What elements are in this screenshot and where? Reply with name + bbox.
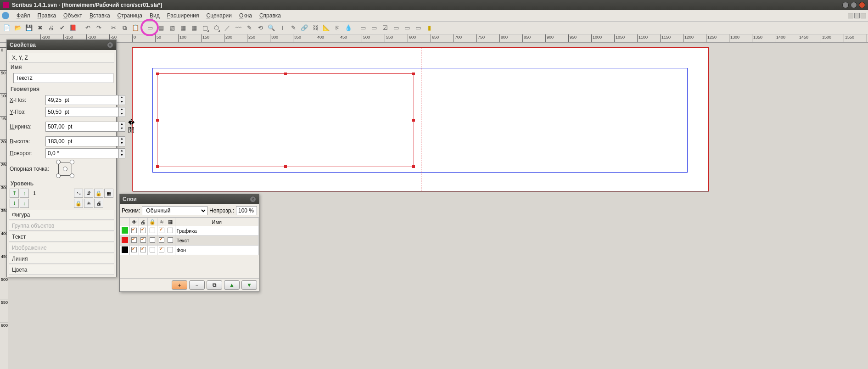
properties-panel[interactable]: Свойства × X, Y, Z Имя Геометрия X-Поз:▲… <box>6 39 117 277</box>
prop-tab-5[interactable]: Цвета <box>9 265 114 275</box>
link-wh-icon[interactable]: �開 <box>128 119 133 134</box>
minimize-button[interactable] <box>842 2 849 8</box>
export-pdf-button[interactable]: 📕 <box>68 23 78 33</box>
prop-tab-0[interactable]: Фигура <box>9 210 114 220</box>
pdf-text-field-tool[interactable]: ▭ <box>369 23 379 33</box>
line-tool[interactable]: ／ <box>222 23 232 33</box>
layer-add-button[interactable]: ＋ <box>172 280 187 290</box>
open-button[interactable]: 📂 <box>13 23 23 33</box>
text-frame-selected[interactable] <box>157 73 414 167</box>
layers-close-button[interactable]: × <box>250 196 256 202</box>
layer-row[interactable]: Фон <box>120 246 259 255</box>
maximize-button[interactable] <box>851 2 857 8</box>
text-frame-tool[interactable]: ▤ <box>156 23 166 33</box>
edit-text-tool[interactable]: I <box>277 23 287 33</box>
noexport-button[interactable]: 🖨 <box>94 199 103 208</box>
bezier-tool[interactable]: 〰 <box>233 23 243 33</box>
pdf-annot-tool[interactable]: ▭ <box>413 23 423 33</box>
lock-size-button[interactable]: 🔒 <box>74 199 83 208</box>
image-frame-tool[interactable]: ▧ <box>167 23 177 33</box>
level-down-button[interactable]: ↓ <box>20 199 29 208</box>
prop-tab-2[interactable]: Текст <box>9 232 114 242</box>
layer-row[interactable]: Графика <box>120 226 259 236</box>
height-label: Высота: <box>10 138 43 145</box>
undo-button[interactable]: ↶ <box>83 23 93 33</box>
level-top-button[interactable]: ⤒ <box>10 189 19 198</box>
save-button[interactable]: 💾 <box>24 23 34 33</box>
pdf-combo-tool[interactable]: ▭ <box>391 23 401 33</box>
mode-label: Режим: <box>122 207 140 214</box>
geometry-label: Геометрия <box>9 85 114 93</box>
mdi-window-buttons[interactable] <box>848 13 866 18</box>
paste-button[interactable]: 📋 <box>130 23 140 33</box>
pdf-checkbox-tool[interactable]: ☑ <box>380 23 390 33</box>
layer-down-button[interactable]: ▼ <box>241 280 257 290</box>
story-editor-button[interactable]: ✎ <box>288 23 298 33</box>
menu-Вставка[interactable]: Вставка <box>86 11 114 20</box>
menu-Справка[interactable]: Справка <box>256 11 285 20</box>
pdf-link-tool[interactable]: ▮ <box>424 23 434 33</box>
basepoint-widget[interactable] <box>56 160 74 178</box>
menu-Расширения[interactable]: Расширения <box>163 11 203 20</box>
link-frames-tool[interactable]: 🔗 <box>299 23 309 33</box>
xpos-input[interactable] <box>46 95 118 105</box>
preflight-button[interactable]: ✔ <box>57 23 67 33</box>
close-button[interactable] <box>859 2 865 8</box>
flip-h-button[interactable]: ⇋ <box>74 189 83 198</box>
layer-up-button[interactable]: ▲ <box>224 280 240 290</box>
lock-button[interactable]: 🔒 <box>94 189 103 198</box>
prop-tab-4[interactable]: Линия <box>9 254 114 264</box>
level-up-button[interactable]: ↑ <box>20 189 29 198</box>
menu-Страница[interactable]: Страница <box>114 11 146 20</box>
height-input[interactable] <box>46 137 118 146</box>
properties-close-button[interactable]: × <box>107 42 113 48</box>
eyedropper-tool[interactable]: 💧 <box>343 23 353 33</box>
layer-remove-button[interactable]: － <box>189 280 205 290</box>
rotation-input[interactable] <box>46 149 118 158</box>
zoom-tool[interactable]: 🔍 <box>266 23 276 33</box>
pdf-list-tool[interactable]: ▭ <box>402 23 412 33</box>
menu-Файл[interactable]: Файл <box>13 11 34 20</box>
ypos-input[interactable] <box>46 107 118 117</box>
print-button[interactable]: 🖨 <box>46 23 56 33</box>
page <box>132 47 709 191</box>
table-tool[interactable]: ▦ <box>189 23 199 33</box>
layer-row[interactable]: Текст <box>120 236 259 246</box>
freehand-tool[interactable]: ✎ <box>244 23 254 33</box>
opacity-input[interactable] <box>238 207 255 214</box>
select-tool[interactable]: ▭ <box>145 23 155 33</box>
layers-titlebar[interactable]: Слои × <box>120 194 259 204</box>
copy-button[interactable]: ⧉ <box>119 23 129 33</box>
properties-titlebar[interactable]: Свойства × <box>7 40 116 50</box>
new-doc-button[interactable]: 📄 <box>2 23 12 33</box>
menu-Объект[interactable]: Объект <box>60 11 86 20</box>
menu-Правка[interactable]: Правка <box>34 11 60 20</box>
basepoint-label: Опорная точка: <box>10 166 52 172</box>
group-button[interactable]: ▦ <box>104 189 113 198</box>
shape-tool[interactable]: ▢ <box>200 23 210 33</box>
prop-tab-xyz[interactable]: X, Y, Z <box>9 53 114 63</box>
menu-Сценарии[interactable]: Сценарии <box>203 11 235 20</box>
polygon-tool[interactable]: ⬠ <box>211 23 221 33</box>
copy-props-tool[interactable]: ⎘ <box>332 23 342 33</box>
close-doc-button[interactable]: ✖ <box>35 23 45 33</box>
ruler-horizontal[interactable]: -200-150-100-500501001502002503003504004… <box>8 34 868 42</box>
measure-tool[interactable]: 📐 <box>321 23 331 33</box>
unlink-frames-tool[interactable]: ⛓ <box>310 23 320 33</box>
redo-button[interactable]: ↷ <box>94 23 104 33</box>
cut-button[interactable]: ✂ <box>108 23 118 33</box>
vertical-guide[interactable] <box>421 48 421 191</box>
rotate-tool[interactable]: ⟲ <box>255 23 265 33</box>
noprint-button[interactable]: ✳ <box>84 199 93 208</box>
menu-Окна[interactable]: Окна <box>235 11 256 20</box>
name-input[interactable] <box>14 73 113 83</box>
layer-dup-button[interactable]: ⧉ <box>207 280 222 290</box>
mode-select[interactable]: Обычный <box>142 206 207 215</box>
level-bottom-button[interactable]: ⤓ <box>10 199 19 208</box>
layers-panel[interactable]: Слои × Режим: Обычный Непрозр.: 👁 🖨 🔒 ≋ … <box>119 194 259 292</box>
pdf-button-tool[interactable]: ▭ <box>358 23 368 33</box>
width-input[interactable] <box>46 122 118 131</box>
flip-v-button[interactable]: ⇵ <box>84 189 93 198</box>
menu-Вид[interactable]: Вид <box>146 11 163 20</box>
render-frame-tool[interactable]: ▦ <box>178 23 188 33</box>
